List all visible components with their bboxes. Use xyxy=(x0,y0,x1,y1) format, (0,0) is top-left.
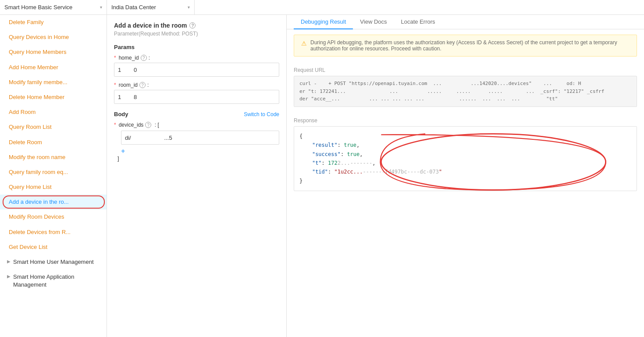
response-line-5: "tid": "1u2cc...-------fd497bc----dc-073… xyxy=(299,167,631,176)
alert-text: During API debugging, the platform uses … xyxy=(310,39,630,52)
switch-to-code-btn[interactable]: Switch to Code xyxy=(244,111,279,117)
sidebar-item-add-device-room[interactable]: Add a device in the ro... xyxy=(0,195,107,209)
dc-selector[interactable]: India Data Center ▾ xyxy=(107,0,195,14)
sidebar-section-label-app-management: Smart Home Application Management xyxy=(13,273,100,289)
panel-subtitle: Parameter(Request Method: POST) xyxy=(114,31,279,37)
sidebar-item-modify-family-member[interactable]: Modify family membe... xyxy=(0,75,107,90)
panel-title-text: Add a device in the room xyxy=(114,22,187,29)
add-device-id-btn[interactable]: + xyxy=(121,147,279,155)
request-url-box: curl - + POST "https://openapi.tuyain.co… xyxy=(294,76,637,107)
device-id-value: di/ ...5 xyxy=(125,135,172,141)
body-header: Body Switch to Code xyxy=(114,111,279,117)
param-row-room-id: * room_id ? : 1 8 xyxy=(114,82,279,104)
param-row-home-id: * home_id ? : 1 0 xyxy=(114,55,279,77)
required-star-room-id: * xyxy=(114,82,116,88)
sidebar-item-add-room[interactable]: Add Room xyxy=(0,105,107,120)
section-arrow-icon-app: ▶ xyxy=(7,274,11,279)
center-panel: Add a device in the room ? Parameter(Req… xyxy=(107,15,287,337)
url-line-1: curl - + POST "https://openapi.tuyain.co… xyxy=(299,80,631,88)
sidebar-item-modify-room-devices[interactable]: Modify Room Devices xyxy=(0,209,107,224)
service-chevron-icon: ▾ xyxy=(100,5,102,10)
param-label-room-id: * room_id ? : xyxy=(114,82,279,88)
response-line-4: "t": 1722...-------, xyxy=(299,159,631,167)
sidebar-item-query-room-list[interactable]: Query Room List xyxy=(0,120,107,135)
alert-icon: ⚠ xyxy=(301,40,307,52)
response-line-1: { xyxy=(299,132,631,141)
request-url-section: Request URL curl - + POST "https://opena… xyxy=(294,67,637,107)
param-name-home-id: home_id xyxy=(119,55,139,61)
dc-label: India Data Center xyxy=(111,4,156,11)
response-line-3: "success": true, xyxy=(299,150,631,159)
panel-title: Add a device in the room ? xyxy=(114,22,279,29)
sidebar-item-get-device-list[interactable]: Get Device List xyxy=(0,240,107,255)
section-arrow-icon: ▶ xyxy=(7,259,11,264)
main-layout: Delete Family Query Devices in Home Quer… xyxy=(0,15,644,337)
params-section: Params * home_id ? : 1 0 * room_id xyxy=(114,44,279,104)
response-label: Response xyxy=(294,117,637,124)
tabs-bar: Debugging Result View Docs Locate Errors xyxy=(287,15,644,29)
service-selector[interactable]: Smart Home Basic Service ▾ xyxy=(0,0,107,14)
service-label: Smart Home Basic Service xyxy=(4,4,72,11)
tab-debugging-result[interactable]: Debugging Result xyxy=(294,15,353,29)
device-ids-name: device_ids xyxy=(119,122,144,128)
request-url-label: Request URL xyxy=(294,67,637,73)
param-question-icon-device-ids[interactable]: ? xyxy=(145,122,151,128)
body-section: Body Switch to Code * device_ids ? : [ d… xyxy=(114,111,279,162)
dc-chevron-icon: ▾ xyxy=(188,5,190,10)
sidebar-section-app-management[interactable]: ▶ Smart Home Application Management xyxy=(0,270,107,292)
param-value-home-id: 1 0 xyxy=(118,67,137,73)
url-line-3: der "acce__... ... ... ... ... ... .....… xyxy=(299,95,631,103)
param-question-icon-room-id[interactable]: ? xyxy=(139,82,146,88)
tab-locate-errors[interactable]: Locate Errors xyxy=(394,15,442,29)
sidebar-item-add-home-member[interactable]: Add Home Member xyxy=(0,60,107,75)
sidebar-item-query-home-members[interactable]: Query Home Members xyxy=(0,45,107,60)
array-close-bracket: ] xyxy=(117,155,279,162)
sidebar-item-delete-home-member[interactable]: Delete Home Member xyxy=(0,90,107,105)
sidebar-item-query-home-list[interactable]: Query Home List xyxy=(0,180,107,195)
sidebar-item-delete-devices-from-room[interactable]: Delete Devices from R... xyxy=(0,225,107,240)
device-ids-label: * device_ids ? : [ xyxy=(114,122,279,128)
param-value-room-id: 1 8 xyxy=(118,94,137,100)
sidebar-item-query-family-room[interactable]: Query family room eq... xyxy=(0,165,107,180)
sidebar: Delete Family Query Devices in Home Quer… xyxy=(0,15,107,337)
title-question-icon[interactable]: ? xyxy=(189,22,196,28)
required-star-device-ids: * xyxy=(114,122,116,128)
required-star-home-id: * xyxy=(114,55,116,61)
right-panel: Debugging Result View Docs Locate Errors… xyxy=(287,15,644,337)
param-input-room-id[interactable]: 1 8 xyxy=(114,90,279,104)
param-name-room-id: room_id xyxy=(119,82,138,88)
sidebar-item-query-devices-home[interactable]: Query Devices in Home xyxy=(0,30,107,45)
sidebar-section-label-user-management: Smart Home User Management xyxy=(13,258,94,266)
param-question-icon-home-id[interactable]: ? xyxy=(141,55,147,61)
device-id-item-row: di/ ...5 xyxy=(121,131,279,145)
url-line-2: er "t: 172241... ... ..... ..... ..... .… xyxy=(299,88,631,96)
body-title: Body xyxy=(114,111,128,117)
params-title: Params xyxy=(114,44,279,50)
tab-view-docs[interactable]: View Docs xyxy=(353,15,394,29)
api-alert: ⚠ During API debugging, the platform use… xyxy=(294,35,637,57)
response-section: Response { "result": true, "success": tr… xyxy=(294,117,637,191)
param-input-home-id[interactable]: 1 0 xyxy=(114,63,279,77)
sidebar-item-modify-room-name[interactable]: Modify the room name xyxy=(0,150,107,165)
response-body-box: { "result": true, "success": true, "t": … xyxy=(294,126,637,191)
device-id-input[interactable]: di/ ...5 xyxy=(121,131,279,145)
param-label-home-id: * home_id ? : xyxy=(114,55,279,61)
app-header: Smart Home Basic Service ▾ India Data Ce… xyxy=(0,0,644,15)
response-line-6: } xyxy=(299,177,631,185)
response-line-2: "result": true, xyxy=(299,141,631,149)
sidebar-item-delete-family[interactable]: Delete Family xyxy=(0,15,107,30)
sidebar-item-delete-room[interactable]: Delete Room xyxy=(0,135,107,150)
sidebar-section-user-management[interactable]: ▶ Smart Home User Management xyxy=(0,255,107,270)
